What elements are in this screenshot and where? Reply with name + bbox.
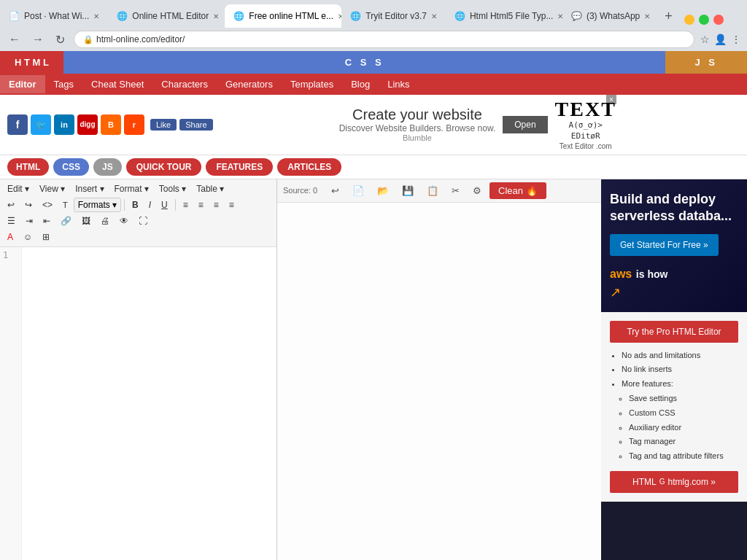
tab-5[interactable]: 🌐 Html Html5 File Typ... ✕ xyxy=(446,4,562,28)
underline-button[interactable]: U xyxy=(157,198,172,212)
nav-editor[interactable]: Editor xyxy=(0,75,45,93)
pill-features[interactable]: FEATURES xyxy=(206,158,273,176)
nav-tags[interactable]: Tags xyxy=(45,75,82,93)
menu-view[interactable]: View ▾ xyxy=(35,182,69,196)
nav-templates[interactable]: Templates xyxy=(282,75,342,93)
undo-button[interactable]: ↩ xyxy=(3,198,19,212)
rt-cut-button[interactable]: ✂ xyxy=(446,182,465,199)
htmlg-url: htmlg.com » xyxy=(668,477,716,487)
tab-close-1[interactable]: ✕ xyxy=(93,12,99,20)
italic-button[interactable]: I xyxy=(144,198,155,212)
aws-get-started-button[interactable]: Get Started For Free » xyxy=(610,234,719,256)
pill-js[interactable]: JS xyxy=(93,158,122,176)
blogger-icon[interactable]: B xyxy=(101,114,121,135)
table-insert-button[interactable]: ⊞ xyxy=(38,230,54,244)
rt-open-button[interactable]: 📂 xyxy=(372,182,394,199)
emoji-button[interactable]: ☺ xyxy=(19,230,36,244)
rt-undo-button[interactable]: ↩ xyxy=(326,182,344,199)
pill-quick-tour[interactable]: QUICK TOUR xyxy=(126,158,202,176)
align-right-button[interactable]: ≡ xyxy=(209,198,223,212)
bold-button[interactable]: B xyxy=(128,198,143,212)
nav-blog[interactable]: Blog xyxy=(342,75,379,93)
menu-tools[interactable]: Tools ▾ xyxy=(155,182,190,196)
htmlg-button[interactable]: HTML G htmlg.com » xyxy=(610,471,738,493)
url-text: html-online.com/editor/ xyxy=(96,34,685,44)
nav-generators[interactable]: Generators xyxy=(217,75,282,93)
fullscreen-button[interactable]: ⛶ xyxy=(134,214,152,228)
toolbar-sep-1 xyxy=(124,199,125,211)
tab-close-5[interactable]: ✕ xyxy=(557,12,562,20)
link-button[interactable]: 🔗 xyxy=(56,214,76,228)
tab-2[interactable]: 🌐 Online HTML Editor ✕ xyxy=(108,4,225,28)
bookmark-button[interactable]: ☆ xyxy=(700,34,710,45)
menu-table[interactable]: Table ▾ xyxy=(192,182,228,196)
pro-feature-8: Tag and tag attribute filters xyxy=(629,449,738,464)
nav-characters[interactable]: Characters xyxy=(152,75,217,93)
menu-button[interactable]: ⋮ xyxy=(731,34,741,45)
formats-dropdown[interactable]: Formats ▾ xyxy=(74,198,121,212)
window-minimize[interactable] xyxy=(684,15,694,25)
tab-close-4[interactable]: ✕ xyxy=(431,12,437,20)
ad-close-icon[interactable]: × xyxy=(606,95,616,104)
account-button[interactable]: 👤 xyxy=(714,34,727,45)
outdent-button[interactable]: ⇤ xyxy=(39,214,55,228)
window-maximize[interactable] xyxy=(699,15,709,25)
tab-close-6[interactable]: ✕ xyxy=(644,12,650,20)
like-button[interactable]: Like xyxy=(150,119,177,131)
pill-css[interactable]: CSS xyxy=(53,158,89,176)
reload-button[interactable]: ↻ xyxy=(53,31,68,48)
forward-button[interactable]: → xyxy=(29,31,47,47)
twitter-icon[interactable]: 🐦 xyxy=(31,114,51,135)
code-button[interactable]: <> xyxy=(38,198,57,212)
tab-6[interactable]: 💬 (3) WhatsApp ✕ xyxy=(562,4,659,28)
linkedin-icon[interactable]: in xyxy=(54,114,74,135)
menu-format[interactable]: Format ▾ xyxy=(110,182,153,196)
url-bar[interactable]: 🔒 html-online.com/editor/ xyxy=(74,31,694,48)
share-button[interactable]: Share xyxy=(179,119,212,131)
facebook-icon[interactable]: f xyxy=(7,114,28,135)
code-area[interactable] xyxy=(22,247,276,560)
text-button[interactable]: T xyxy=(58,198,72,211)
tab-label-1: Post · What Wi... xyxy=(24,11,89,21)
social-icons: f 🐦 in digg B r xyxy=(7,114,144,135)
pill-html[interactable]: HTML xyxy=(7,158,49,176)
ad-open-button[interactable]: Open xyxy=(503,116,547,133)
tab-favicon-5: 🌐 xyxy=(454,11,465,21)
menu-edit[interactable]: Edit ▾ xyxy=(3,182,34,196)
back-button[interactable]: ← xyxy=(6,31,23,47)
clean-button[interactable]: Clean 🔥 xyxy=(489,182,546,199)
list-ul-button[interactable]: ☰ xyxy=(3,214,20,228)
image-button[interactable]: 🖼 xyxy=(77,214,95,228)
tab-close-2[interactable]: ✕ xyxy=(213,12,219,20)
tab-favicon-1: 📄 xyxy=(9,11,20,21)
rt-file-button[interactable]: 📄 xyxy=(347,182,369,199)
rt-copy-button[interactable]: 📋 xyxy=(422,182,444,199)
html-label: H T M L xyxy=(0,51,63,74)
rt-save-button[interactable]: 💾 xyxy=(397,182,419,199)
menu-insert[interactable]: Insert ▾ xyxy=(71,182,108,196)
ad-banner: × Create your website Discover Website B… xyxy=(216,99,740,150)
nav-links[interactable]: Links xyxy=(379,75,418,93)
tab-favicon-4: 🌐 xyxy=(350,11,361,21)
pro-editor-button[interactable]: Try the Pro HTML Editor xyxy=(610,321,738,343)
tab-3[interactable]: 🌐 Free online HTML e... ✕ xyxy=(225,4,341,28)
preview-button[interactable]: 👁 xyxy=(115,214,133,228)
nav-cheat-sheet[interactable]: Cheat Sheet xyxy=(82,75,152,93)
align-left-button[interactable]: ≡ xyxy=(179,198,193,212)
preview-area[interactable] xyxy=(277,203,601,560)
tab-1[interactable]: 📄 Post · What Wi... ✕ xyxy=(0,4,108,28)
digg-icon[interactable]: digg xyxy=(77,114,98,135)
font-color-button[interactable]: A xyxy=(3,230,18,244)
rt-gear-button[interactable]: ⚙ xyxy=(468,182,487,199)
reddit-icon[interactable]: r xyxy=(124,114,144,135)
new-tab-button[interactable]: + xyxy=(659,6,678,27)
window-close[interactable] xyxy=(713,15,724,25)
indent-button[interactable]: ⇥ xyxy=(21,214,37,228)
tab-4[interactable]: 🌐 Tryit Editor v3.7 ✕ xyxy=(341,4,446,28)
align-center-button[interactable]: ≡ xyxy=(194,198,208,212)
redo-button[interactable]: ↪ xyxy=(20,198,36,212)
justify-button[interactable]: ≡ xyxy=(225,198,239,212)
tab-bar: 📄 Post · What Wi... ✕ 🌐 Online HTML Edit… xyxy=(0,0,747,28)
pill-articles[interactable]: ARTICLES xyxy=(277,158,341,176)
print-button[interactable]: 🖨 xyxy=(96,214,114,228)
